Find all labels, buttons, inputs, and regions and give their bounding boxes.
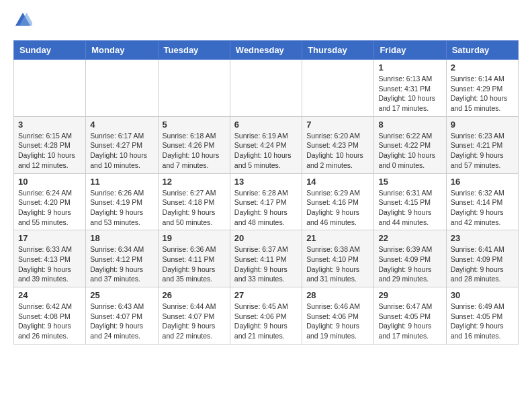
day-number: 30: [451, 290, 514, 300]
day-info: Sunrise: 6:42 AMSunset: 4:08 PMDaylight:…: [18, 302, 81, 341]
day-number: 3: [18, 120, 81, 130]
day-info: Sunrise: 6:15 AMSunset: 4:28 PMDaylight:…: [18, 131, 81, 171]
day-info: Sunrise: 6:14 AMSunset: 4:29 PMDaylight:…: [451, 74, 514, 113]
day-number: 19: [163, 233, 226, 243]
table-row: 14Sunrise: 6:29 AMSunset: 4:16 PMDayligh…: [302, 173, 374, 230]
day-info: Sunrise: 6:47 AMSunset: 4:05 PMDaylight:…: [378, 302, 441, 341]
logo-icon: [13, 11, 32, 30]
day-number: 12: [163, 177, 226, 187]
day-info: Sunrise: 6:19 AMSunset: 4:24 PMDaylight:…: [234, 131, 298, 171]
logo: [13, 11, 35, 30]
table-row: [14, 60, 86, 117]
day-number: 10: [18, 177, 81, 187]
table-row: [86, 60, 158, 117]
table-row: 11Sunrise: 6:26 AMSunset: 4:19 PMDayligh…: [86, 173, 158, 230]
day-info: Sunrise: 6:27 AMSunset: 4:18 PMDaylight:…: [163, 188, 226, 228]
day-number: 15: [378, 177, 441, 187]
col-sunday: Sunday: [14, 41, 86, 60]
day-info: Sunrise: 6:26 AMSunset: 4:19 PMDaylight:…: [90, 188, 153, 228]
table-row: 23Sunrise: 6:41 AMSunset: 4:09 PMDayligh…: [446, 230, 518, 287]
day-number: 13: [234, 177, 298, 187]
day-number: 26: [163, 290, 226, 300]
day-info: Sunrise: 6:45 AMSunset: 4:06 PMDaylight:…: [234, 302, 298, 341]
day-info: Sunrise: 6:32 AMSunset: 4:14 PMDaylight:…: [451, 188, 514, 228]
day-number: 23: [451, 233, 514, 243]
table-row: 5Sunrise: 6:18 AMSunset: 4:26 PMDaylight…: [158, 116, 230, 173]
header: [13, 11, 519, 30]
day-number: 29: [378, 290, 441, 300]
table-row: 28Sunrise: 6:46 AMSunset: 4:06 PMDayligh…: [302, 287, 374, 345]
table-row: 30Sunrise: 6:49 AMSunset: 4:05 PMDayligh…: [446, 287, 518, 345]
calendar-week-row: 1Sunrise: 6:13 AMSunset: 4:31 PMDaylight…: [14, 60, 519, 117]
table-row: [230, 60, 302, 117]
day-number: 7: [306, 120, 369, 130]
day-number: 21: [306, 233, 369, 243]
calendar-week-row: 3Sunrise: 6:15 AMSunset: 4:28 PMDaylight…: [14, 116, 519, 173]
calendar-week-row: 24Sunrise: 6:42 AMSunset: 4:08 PMDayligh…: [14, 287, 519, 345]
table-row: 27Sunrise: 6:45 AMSunset: 4:06 PMDayligh…: [230, 287, 302, 345]
table-row: 3Sunrise: 6:15 AMSunset: 4:28 PMDaylight…: [14, 116, 86, 173]
day-number: 22: [378, 233, 441, 243]
day-number: 24: [18, 290, 81, 300]
table-row: 2Sunrise: 6:14 AMSunset: 4:29 PMDaylight…: [446, 60, 518, 117]
col-thursday: Thursday: [302, 41, 374, 60]
table-row: 21Sunrise: 6:38 AMSunset: 4:10 PMDayligh…: [302, 230, 374, 287]
day-number: 14: [306, 177, 369, 187]
col-monday: Monday: [86, 41, 158, 60]
calendar-week-row: 10Sunrise: 6:24 AMSunset: 4:20 PMDayligh…: [14, 173, 519, 230]
day-info: Sunrise: 6:18 AMSunset: 4:26 PMDaylight:…: [163, 131, 226, 171]
table-row: 25Sunrise: 6:43 AMSunset: 4:07 PMDayligh…: [86, 287, 158, 345]
day-info: Sunrise: 6:13 AMSunset: 4:31 PMDaylight:…: [378, 74, 441, 113]
calendar-table: Sunday Monday Tuesday Wednesday Thursday…: [13, 40, 519, 345]
day-info: Sunrise: 6:43 AMSunset: 4:07 PMDaylight:…: [90, 302, 153, 341]
table-row: 7Sunrise: 6:20 AMSunset: 4:23 PMDaylight…: [302, 116, 374, 173]
day-number: 5: [163, 120, 226, 130]
table-row: 10Sunrise: 6:24 AMSunset: 4:20 PMDayligh…: [14, 173, 86, 230]
day-number: 9: [451, 120, 514, 130]
day-info: Sunrise: 6:33 AMSunset: 4:13 PMDaylight:…: [18, 244, 81, 284]
day-info: Sunrise: 6:44 AMSunset: 4:07 PMDaylight:…: [163, 302, 226, 341]
table-row: 19Sunrise: 6:36 AMSunset: 4:11 PMDayligh…: [158, 230, 230, 287]
table-row: 12Sunrise: 6:27 AMSunset: 4:18 PMDayligh…: [158, 173, 230, 230]
calendar-week-row: 17Sunrise: 6:33 AMSunset: 4:13 PMDayligh…: [14, 230, 519, 287]
table-row: 1Sunrise: 6:13 AMSunset: 4:31 PMDaylight…: [374, 60, 446, 117]
day-info: Sunrise: 6:29 AMSunset: 4:16 PMDaylight:…: [306, 188, 369, 228]
table-row: 6Sunrise: 6:19 AMSunset: 4:24 PMDaylight…: [230, 116, 302, 173]
col-saturday: Saturday: [446, 41, 518, 60]
day-number: 8: [378, 120, 441, 130]
day-info: Sunrise: 6:22 AMSunset: 4:22 PMDaylight:…: [378, 131, 441, 171]
day-info: Sunrise: 6:49 AMSunset: 4:05 PMDaylight:…: [451, 302, 514, 341]
table-row: 16Sunrise: 6:32 AMSunset: 4:14 PMDayligh…: [446, 173, 518, 230]
day-info: Sunrise: 6:20 AMSunset: 4:23 PMDaylight:…: [306, 131, 369, 171]
day-number: 6: [234, 120, 298, 130]
day-info: Sunrise: 6:31 AMSunset: 4:15 PMDaylight:…: [378, 188, 441, 228]
table-row: 22Sunrise: 6:39 AMSunset: 4:09 PMDayligh…: [374, 230, 446, 287]
table-row: 24Sunrise: 6:42 AMSunset: 4:08 PMDayligh…: [14, 287, 86, 345]
table-row: 18Sunrise: 6:34 AMSunset: 4:12 PMDayligh…: [86, 230, 158, 287]
day-info: Sunrise: 6:28 AMSunset: 4:17 PMDaylight:…: [234, 188, 298, 228]
col-wednesday: Wednesday: [230, 41, 302, 60]
col-tuesday: Tuesday: [158, 41, 230, 60]
day-number: 20: [234, 233, 298, 243]
day-number: 27: [234, 290, 298, 300]
table-row: 9Sunrise: 6:23 AMSunset: 4:21 PMDaylight…: [446, 116, 518, 173]
table-row: 20Sunrise: 6:37 AMSunset: 4:11 PMDayligh…: [230, 230, 302, 287]
table-row: 26Sunrise: 6:44 AMSunset: 4:07 PMDayligh…: [158, 287, 230, 345]
table-row: 15Sunrise: 6:31 AMSunset: 4:15 PMDayligh…: [374, 173, 446, 230]
calendar-header-row: Sunday Monday Tuesday Wednesday Thursday…: [14, 41, 519, 60]
day-number: 1: [378, 62, 441, 73]
day-info: Sunrise: 6:46 AMSunset: 4:06 PMDaylight:…: [306, 302, 369, 341]
table-row: 4Sunrise: 6:17 AMSunset: 4:27 PMDaylight…: [86, 116, 158, 173]
col-friday: Friday: [374, 41, 446, 60]
table-row: 8Sunrise: 6:22 AMSunset: 4:22 PMDaylight…: [374, 116, 446, 173]
main-container: Sunday Monday Tuesday Wednesday Thursday…: [0, 0, 532, 355]
day-number: 16: [451, 177, 514, 187]
table-row: 17Sunrise: 6:33 AMSunset: 4:13 PMDayligh…: [14, 230, 86, 287]
day-info: Sunrise: 6:38 AMSunset: 4:10 PMDaylight:…: [306, 244, 369, 284]
day-number: 25: [90, 290, 153, 300]
day-info: Sunrise: 6:36 AMSunset: 4:11 PMDaylight:…: [163, 244, 226, 284]
day-info: Sunrise: 6:17 AMSunset: 4:27 PMDaylight:…: [90, 131, 153, 171]
day-number: 11: [90, 177, 153, 187]
day-info: Sunrise: 6:34 AMSunset: 4:12 PMDaylight:…: [90, 244, 153, 284]
table-row: [158, 60, 230, 117]
